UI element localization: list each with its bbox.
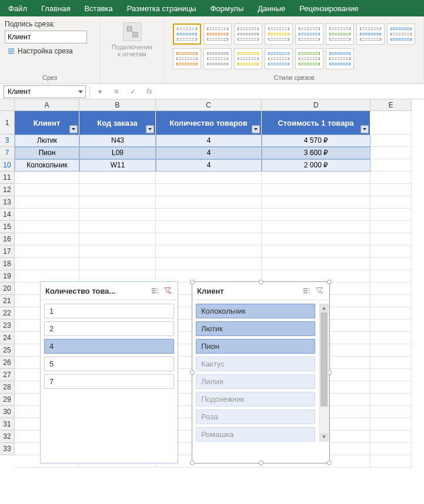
slicer-item[interactable]: 7 bbox=[44, 374, 174, 389]
clear-filter-icon[interactable] bbox=[314, 285, 325, 296]
slicer-style-6[interactable] bbox=[326, 23, 354, 45]
cell[interactable] bbox=[370, 332, 412, 344]
cell[interactable] bbox=[262, 172, 370, 184]
cell[interactable] bbox=[262, 258, 370, 270]
fb-dropdown-button[interactable]: ▾ bbox=[94, 85, 106, 98]
cell[interactable] bbox=[79, 196, 156, 209]
slicer-client[interactable]: Клиент ▲ ▼ КолокольчикЛютикПионКактусЛил… bbox=[192, 281, 330, 463]
slicer-caption-input[interactable] bbox=[5, 31, 87, 43]
slicer-style-3[interactable] bbox=[234, 23, 262, 45]
cell[interactable] bbox=[79, 233, 156, 246]
slicer-item[interactable]: Кактус bbox=[196, 357, 315, 371]
cell[interactable] bbox=[370, 258, 412, 270]
cell[interactable] bbox=[370, 418, 412, 431]
filter-icon[interactable] bbox=[69, 125, 78, 133]
slicer-style-11[interactable] bbox=[234, 48, 262, 69]
row-header-25[interactable]: 25 bbox=[0, 344, 15, 357]
cell[interactable] bbox=[370, 431, 412, 443]
name-box[interactable]: Клиент bbox=[4, 85, 86, 98]
slicer-item[interactable]: 2 bbox=[44, 321, 174, 336]
menu-formulas[interactable]: Формулы bbox=[203, 0, 251, 16]
table-cell[interactable]: Колокольчик bbox=[15, 159, 79, 172]
menu-home[interactable]: Главная bbox=[34, 0, 77, 16]
row-header-32[interactable]: 32 bbox=[0, 431, 15, 443]
cell[interactable] bbox=[262, 196, 370, 209]
cell[interactable] bbox=[156, 258, 262, 270]
row-header-18[interactable]: 18 bbox=[0, 258, 15, 270]
slicer-item[interactable]: 5 bbox=[44, 357, 174, 371]
cell[interactable] bbox=[156, 221, 262, 233]
cell[interactable] bbox=[370, 295, 412, 307]
cell[interactable] bbox=[370, 307, 412, 320]
formula-input[interactable] bbox=[159, 91, 420, 92]
table-header-order[interactable]: Код заказа bbox=[79, 111, 156, 135]
cell[interactable] bbox=[156, 184, 262, 196]
row-header-20[interactable]: 20 bbox=[0, 283, 15, 295]
slicer-item[interactable]: Колокольчик bbox=[196, 304, 315, 318]
cell[interactable] bbox=[370, 394, 412, 406]
filter-icon[interactable] bbox=[360, 125, 369, 133]
slicer-item[interactable]: 1 bbox=[44, 304, 174, 318]
cell[interactable] bbox=[370, 344, 412, 357]
cell[interactable] bbox=[262, 270, 370, 283]
row-header-28[interactable]: 28 bbox=[0, 381, 15, 394]
slicer-style-5[interactable] bbox=[295, 23, 323, 45]
cell[interactable] bbox=[370, 246, 412, 258]
cell[interactable] bbox=[370, 455, 412, 468]
slicer-item[interactable]: 4 bbox=[44, 339, 174, 354]
cell[interactable] bbox=[262, 184, 370, 196]
cell[interactable] bbox=[370, 159, 412, 172]
cell[interactable] bbox=[156, 233, 262, 246]
cell[interactable] bbox=[15, 233, 79, 246]
row-header-27[interactable]: 27 bbox=[0, 369, 15, 381]
cell[interactable] bbox=[370, 233, 412, 246]
slicer-style-8[interactable] bbox=[387, 23, 415, 45]
cell[interactable] bbox=[370, 184, 412, 196]
report-connections-button[interactable]: Подключения к отчетам bbox=[106, 20, 159, 60]
slicer-item[interactable]: Роза bbox=[196, 409, 315, 424]
table-cell[interactable]: 4 bbox=[156, 147, 262, 159]
slicer-settings-button[interactable]: Настройка среза bbox=[5, 46, 95, 56]
cell[interactable] bbox=[370, 196, 412, 209]
filter-icon[interactable] bbox=[146, 125, 154, 133]
row-header-1[interactable]: 1 bbox=[0, 111, 15, 135]
row-header-15[interactable]: 15 bbox=[0, 221, 15, 233]
slicer-style-2[interactable] bbox=[203, 23, 232, 45]
row-header-19[interactable]: 19 bbox=[0, 270, 15, 283]
cell[interactable] bbox=[79, 209, 156, 221]
slicer-item[interactable]: Пион bbox=[196, 339, 315, 354]
row-header-17[interactable]: 17 bbox=[0, 246, 15, 258]
slicer-style-13[interactable] bbox=[295, 48, 323, 69]
cell[interactable] bbox=[79, 184, 156, 196]
cell[interactable] bbox=[156, 270, 262, 283]
cell[interactable] bbox=[15, 258, 79, 270]
row-header-31[interactable]: 31 bbox=[0, 418, 15, 431]
menu-data[interactable]: Данные bbox=[251, 0, 292, 16]
row-header-11[interactable]: 11 bbox=[0, 172, 15, 184]
cell[interactable] bbox=[262, 209, 370, 221]
cell[interactable] bbox=[370, 147, 412, 159]
cell[interactable] bbox=[370, 209, 412, 221]
fx-button[interactable]: fx bbox=[143, 85, 156, 98]
cell[interactable] bbox=[370, 172, 412, 184]
row-header-21[interactable]: 21 bbox=[0, 295, 15, 307]
row-header-22[interactable]: 22 bbox=[0, 307, 15, 320]
table-header-qty[interactable]: Количество товаров bbox=[156, 111, 262, 135]
cell[interactable] bbox=[79, 221, 156, 233]
cell[interactable] bbox=[370, 283, 412, 295]
cell[interactable] bbox=[156, 246, 262, 258]
row-header-10[interactable]: 10 bbox=[0, 159, 15, 172]
col-header-B[interactable]: B bbox=[79, 99, 156, 111]
slicer-style-1[interactable] bbox=[173, 23, 201, 45]
cell[interactable] bbox=[262, 233, 370, 246]
table-cell[interactable]: Пион bbox=[15, 147, 79, 159]
cell[interactable] bbox=[15, 270, 79, 283]
scroll-down-icon[interactable]: ▼ bbox=[320, 433, 328, 441]
cell[interactable] bbox=[370, 221, 412, 233]
cell[interactable] bbox=[15, 246, 79, 258]
scroll-thumb[interactable] bbox=[320, 313, 328, 406]
cell[interactable] bbox=[156, 209, 262, 221]
multiselect-icon[interactable] bbox=[149, 285, 160, 296]
table-header-cost[interactable]: Стоимость 1 товара bbox=[262, 111, 370, 135]
cell[interactable] bbox=[370, 381, 412, 394]
